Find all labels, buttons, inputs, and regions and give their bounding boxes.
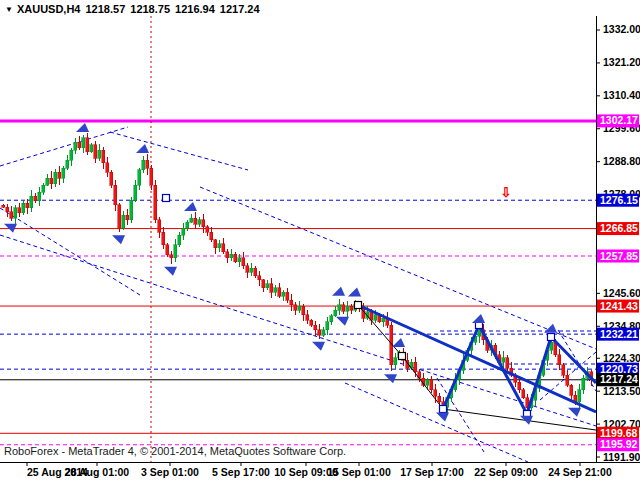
candle-body <box>102 150 105 163</box>
fractal-up-icon <box>76 123 89 132</box>
candle-body <box>298 306 301 310</box>
candle-body <box>146 160 149 168</box>
time-axis-label: 15 Sep 01:00 <box>327 466 391 478</box>
candle-body <box>350 306 353 310</box>
candle-body <box>46 178 49 185</box>
dashed-channel-trendline[interactable] <box>558 330 596 391</box>
fractal-down-icon <box>112 235 125 244</box>
candle-body <box>142 160 145 170</box>
trendline-anchor-square[interactable] <box>355 302 362 309</box>
candle-body <box>266 284 269 288</box>
price-level-label: 1266.85 <box>600 222 638 234</box>
symbol-dropdown-icon[interactable]: ▼ <box>5 5 13 14</box>
candle-body <box>294 305 297 310</box>
candle-body <box>182 228 185 235</box>
candle-body <box>114 185 117 205</box>
dashed-channel-trendline[interactable] <box>200 187 596 349</box>
candle-body <box>214 240 217 248</box>
candle-body <box>210 232 213 240</box>
candle-body <box>62 168 65 178</box>
trendline-anchor-square[interactable] <box>399 353 406 360</box>
candle-body <box>178 235 181 245</box>
black-trendline[interactable] <box>402 356 443 409</box>
fractal-up-icon <box>348 288 361 297</box>
candle-body <box>118 205 121 228</box>
candle-body <box>206 227 209 232</box>
candle-body <box>330 316 333 322</box>
candle-body <box>54 172 57 184</box>
candle-body <box>562 365 565 375</box>
price-level-label: 1276.15 <box>600 194 638 206</box>
candle-body <box>238 258 241 262</box>
plot-area[interactable]: ⇩ <box>0 16 596 462</box>
candle-body <box>22 203 25 213</box>
candle-body <box>522 390 525 398</box>
candle-body <box>98 150 101 158</box>
candle-body <box>318 330 321 335</box>
candle-body <box>18 208 21 213</box>
time-axis-label: 22 Sep 09:00 <box>474 466 538 478</box>
fractal-down-icon <box>436 413 449 422</box>
candle-body <box>438 396 441 402</box>
candle-body <box>194 218 197 224</box>
candle-body <box>250 268 253 272</box>
thick-blue-trendline[interactable] <box>443 325 479 409</box>
sell-signal-icon: ⇩ <box>501 185 512 200</box>
price-level-label: 1241.43 <box>600 300 638 312</box>
candle-body <box>290 300 293 305</box>
high-value: 1218.75 <box>130 3 170 15</box>
candle-body <box>158 220 161 232</box>
bid-price-label: 1217.24 <box>600 373 638 385</box>
time-axis-label: 24 Sep 21:00 <box>548 466 612 478</box>
candle-body <box>346 306 349 311</box>
candle-body <box>78 142 81 148</box>
fractal-down-icon <box>164 267 177 276</box>
price-level-label: 1232.21 <box>600 328 638 340</box>
candle-body <box>70 150 73 160</box>
candle-body <box>314 325 317 330</box>
candle-body <box>254 268 257 276</box>
trendline-anchor-square[interactable] <box>440 406 447 413</box>
candle-body <box>174 245 177 258</box>
dashed-channel-trendline[interactable] <box>110 132 248 170</box>
candle-body <box>374 315 377 320</box>
black-trendline[interactable] <box>358 305 402 356</box>
candle-body <box>430 380 433 390</box>
candle-body <box>202 220 205 227</box>
candle-body <box>86 138 89 152</box>
candle-body <box>382 318 385 322</box>
candle-body <box>566 375 569 385</box>
candle-body <box>34 196 37 201</box>
fractal-up-icon <box>136 144 149 153</box>
fractal-down-icon <box>568 408 581 417</box>
fractal-up-icon <box>472 314 485 323</box>
symbol-period-label: XAUUSD,H4 <box>17 3 81 15</box>
candle-body <box>138 170 141 185</box>
dashed-channel-trendline[interactable] <box>0 127 128 166</box>
thick-blue-trendline[interactable] <box>527 337 551 414</box>
candle-body <box>258 276 261 280</box>
candle-body <box>414 362 417 372</box>
candle-body <box>234 254 237 262</box>
fractal-up-icon <box>332 287 345 296</box>
trendline-anchor-square[interactable] <box>548 334 555 341</box>
price-level-label: 1199.68 <box>600 427 638 439</box>
candle-body <box>66 160 69 168</box>
price-chart[interactable]: ⇩1332.001321.201310.401299.601288.801278… <box>0 0 640 480</box>
price-tick-label: 1310.40 <box>603 89 640 101</box>
fractal-down-icon <box>312 342 325 351</box>
candle-body <box>90 145 93 152</box>
fractal-down-icon <box>336 317 349 326</box>
candle-body <box>582 378 585 390</box>
candle-body <box>154 185 157 220</box>
candle-body <box>58 172 61 178</box>
candle-body <box>106 163 109 172</box>
low-value: 1216.94 <box>175 3 215 15</box>
trendline-anchor-square[interactable] <box>163 195 170 202</box>
time-axis-label: 17 Sep 17:00 <box>400 466 464 478</box>
candle-body <box>270 284 273 292</box>
candle-body <box>570 385 573 395</box>
candle-body <box>322 330 325 335</box>
price-tick-label: 1245.60 <box>603 287 640 299</box>
candle-body <box>166 245 169 255</box>
